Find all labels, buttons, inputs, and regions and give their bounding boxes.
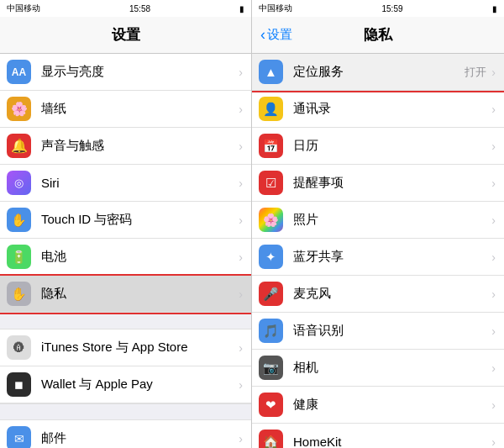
right-battery: ▮ [492,4,497,13]
privacy-speech-chevron: › [491,324,496,338]
wallet-icon: ◼ [7,372,31,397]
right-nav-bar: ‹ 设置 隐私 [252,17,504,54]
privacy-reminders-label: 提醒事项 [293,175,491,191]
back-button[interactable]: ‹ 设置 [260,26,292,44]
privacy-health-icon: ❤ [259,393,283,417]
sound-chevron: › [239,140,243,153]
privacy-item-camera[interactable]: 📷 相机 › [252,350,504,387]
siri-icon: ◎ [7,171,31,195]
display-icon: AA [7,60,31,84]
settings-item-wallpaper[interactable]: 🌸 墙纸 › [0,91,251,128]
privacy-camera-label: 相机 [293,360,491,376]
back-label: 设置 [267,27,292,43]
privacy-photos-icon: 🌸 [259,208,283,232]
settings-item-display[interactable]: AA 显示与亮度 › [0,54,251,91]
privacy-camera-icon: 📷 [259,356,283,380]
left-nav-title: 设置 [112,25,140,45]
privacy-calendar-icon: 📅 [259,134,283,158]
settings-item-wallet[interactable]: ◼ Wallet 与 Apple Pay › [0,366,251,403]
left-nav-bar: 设置 [0,17,251,54]
privacy-item-location[interactable]: ▲ 定位服务 打开 › [252,54,504,91]
privacy-chevron: › [239,287,243,301]
left-panel: 中国移动 15:58 ▮ 设置 AA 显示与亮度 › 🌸 墙纸 › 🔔 声音与触… [0,0,252,448]
wallpaper-label: 墙纸 [41,101,239,117]
siri-label: Siri [41,176,239,190]
privacy-photos-chevron: › [491,213,496,227]
left-settings-list: AA 显示与亮度 › 🌸 墙纸 › 🔔 声音与触感 › ◎ Siri › ✋ T… [0,54,251,448]
location-label: 定位服务 [293,64,465,80]
mail-icon: ✉ [7,426,31,448]
touchid-icon: ✋ [7,208,31,232]
mail-chevron: › [239,432,243,445]
left-carrier: 中国移动 [7,3,40,14]
privacy-photos-label: 照片 [293,212,491,228]
privacy-homekit-icon: 🏠 [259,430,283,448]
wallet-label: Wallet 与 Apple Pay [41,377,239,393]
settings-item-privacy[interactable]: ✋ 隐私 › [0,276,251,313]
privacy-speech-icon: 🎵 [259,319,283,343]
privacy-health-chevron: › [491,398,496,412]
left-time: 15:58 [129,4,150,13]
privacy-camera-chevron: › [491,361,496,375]
itunes-icon: 🅐 [7,335,31,360]
privacy-microphone-icon: 🎤 [259,282,283,306]
sound-icon: 🔔 [7,134,31,158]
back-chevron-icon: ‹ [260,26,265,44]
wallet-chevron: › [239,378,243,392]
settings-item-mail[interactable]: ✉ 邮件 › [0,420,251,448]
battery-icon: 🔋 [7,245,31,269]
privacy-item-health[interactable]: ❤ 健康 › [252,387,504,424]
siri-chevron: › [239,177,243,190]
privacy-health-label: 健康 [293,397,491,413]
privacy-item-bluetooth[interactable]: ✦ 蓝牙共享 › [252,239,504,276]
privacy-item-reminders[interactable]: ☑ 提醒事项 › [252,165,504,202]
privacy-reminders-icon: ☑ [259,171,283,195]
wallpaper-chevron: › [239,103,243,116]
privacy-item-photos[interactable]: 🌸 照片 › [252,202,504,239]
location-status: 打开 [465,65,486,80]
right-nav-title: 隐私 [364,25,392,45]
privacy-bluetooth-icon: ✦ [259,245,283,269]
touchid-chevron: › [239,213,243,227]
privacy-label: 隐私 [41,286,239,302]
right-carrier: 中国移动 [259,3,292,14]
privacy-calendar-label: 日历 [293,138,491,154]
privacy-item-contacts[interactable]: 👤 通讯录 › [252,91,504,128]
settings-item-touchid[interactable]: ✋ Touch ID 与密码 › [0,202,251,239]
wallpaper-icon: 🌸 [7,97,31,121]
settings-item-sound[interactable]: 🔔 声音与触感 › [0,128,251,165]
privacy-bluetooth-chevron: › [491,250,496,264]
privacy-bluetooth-label: 蓝牙共享 [293,249,491,265]
left-status-bar: 中国移动 15:58 ▮ [0,0,251,17]
battery-chevron: › [239,250,243,264]
section-sep-1 [0,313,251,329]
display-label: 显示与亮度 [41,64,239,80]
sound-label: 声音与触感 [41,138,239,154]
privacy-reminders-chevron: › [491,177,496,190]
settings-item-siri[interactable]: ◎ Siri › [0,165,251,202]
privacy-contacts-label: 通讯录 [293,101,491,117]
battery-label: 电池 [41,249,239,265]
touchid-label: Touch ID 与密码 [41,212,239,228]
settings-item-battery[interactable]: 🔋 电池 › [0,239,251,276]
left-battery: ▮ [239,4,244,13]
privacy-list: ▲ 定位服务 打开 › 👤 通讯录 › 📅 日历 › ☑ 提醒事项 › 🌸 照片… [252,54,504,448]
privacy-homekit-chevron: › [491,435,496,449]
privacy-speech-label: 语音识别 [293,323,491,339]
mail-label: 邮件 [41,430,239,446]
privacy-contacts-chevron: › [491,103,496,116]
itunes-label: iTunes Store 与 App Store [41,340,239,356]
itunes-chevron: › [239,341,243,355]
privacy-item-calendar[interactable]: 📅 日历 › [252,128,504,165]
settings-item-itunes[interactable]: 🅐 iTunes Store 与 App Store › [0,329,251,366]
privacy-icon: ✋ [7,282,31,306]
privacy-calendar-chevron: › [491,140,496,153]
right-panel: 中国移动 15:59 ▮ ‹ 设置 隐私 ▲ 定位服务 打开 › 👤 通讯录 ›… [252,0,504,448]
privacy-microphone-label: 麦克风 [293,286,491,302]
privacy-item-microphone[interactable]: 🎤 麦克风 › [252,276,504,313]
privacy-item-homekit[interactable]: 🏠 HomeKit › [252,424,504,448]
right-time: 15:59 [381,4,402,13]
right-status-bar: 中国移动 15:59 ▮ [252,0,504,17]
privacy-item-speech[interactable]: 🎵 语音识别 › [252,313,504,350]
privacy-contacts-icon: 👤 [259,97,283,121]
